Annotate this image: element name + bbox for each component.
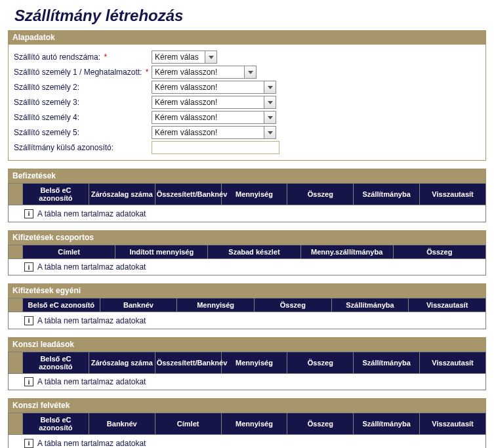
table-kifiz-egyeni: Belső eC azonosító Banknév Mennyiség Öss… [8, 298, 486, 329]
label-person1-text: Szállító személy 1 / Meghatalmazott: [14, 68, 142, 77]
input-extid[interactable] [152, 141, 279, 154]
col-header: Szállítmányba [354, 184, 420, 205]
table-konszi-leadasok: Belső eC azonosító Zárószalag száma Össz… [8, 352, 486, 391]
section-kifiz-egyeni: Kifizetések egyéni Belső eC azonosító Ba… [8, 283, 486, 329]
table-header-row: Belső eC azonosító Zárószalag száma Össz… [9, 352, 486, 373]
info-icon: i [24, 262, 33, 272]
select-person2[interactable]: Kérem válasszon! [152, 81, 276, 94]
select-person4[interactable]: Kérem válasszon! [152, 111, 276, 124]
label-person5: Szállító személy 5: [14, 128, 152, 137]
col-header: Indított mennyiség [115, 245, 208, 258]
col-header: Banknév [89, 413, 155, 435]
table-header-row: Címlet Indított mennyiség Szabad készlet… [9, 245, 486, 258]
col-header: Mennyiség [177, 298, 255, 312]
col-header: Összeg [287, 184, 354, 205]
section-konszi-leadasok: Konszi leadások Belső eC azonosító Zárós… [8, 337, 486, 391]
select-person1[interactable]: Kérem válasszon! [152, 66, 257, 79]
col-header: Mennyiség [221, 352, 287, 373]
col-checkbox [9, 352, 23, 373]
col-header: Belső eC azonosító [23, 184, 89, 205]
col-header: Visszautasít [420, 352, 486, 373]
required-star: * [104, 52, 107, 62]
select-plate[interactable]: Kérem válas [152, 51, 217, 64]
col-checkbox [9, 413, 23, 435]
col-header: Mennyiség [221, 413, 287, 435]
section-kifiz-csoportos: Kifizetések csoportos Címlet Indított me… [8, 230, 486, 276]
label-plate: Szállító autó rendszáma: * [14, 52, 152, 62]
section-basic: Alapadatok Szállító autó rendszáma: * Ké… [8, 30, 486, 161]
col-header: Belső eC azonosító [23, 352, 89, 373]
section-befizetesek-title: Befizetések [8, 169, 486, 183]
table-befizetesek: Belső eC azonosító Zárószalag száma Össz… [8, 183, 486, 222]
section-konszi-felvetek-title: Konszi felvétek [8, 398, 486, 413]
col-checkbox [9, 245, 23, 258]
page-title: Szállítmány létrehozás [14, 7, 486, 25]
row-plate: Szállító autó rendszáma: * Kérem válas [14, 51, 480, 64]
select-person4-value: Kérem válasszon! [155, 113, 217, 122]
select-person2-value: Kérem válasszon! [155, 83, 217, 92]
col-header: Összesített/Banknév [155, 352, 221, 373]
row-person1: Szállító személy 1 / Meghatalmazott: * K… [14, 66, 480, 79]
row-person5: Szállító személy 5: Kérem válasszon! [14, 126, 480, 139]
table-kifiz-csoportos: Címlet Indított mennyiség Szabad készlet… [8, 245, 486, 276]
section-konszi-leadasok-title: Konszi leadások [8, 337, 486, 352]
select-plate-value: Kérem válas [155, 52, 199, 62]
section-basic-title: Alapadatok [8, 30, 486, 45]
col-header: Összesített/Banknév [155, 184, 221, 205]
table-header-row: Belső eC azonosító Zárószalag száma Össz… [9, 184, 486, 205]
chevron-down-icon [244, 66, 256, 78]
chevron-down-icon [264, 127, 276, 138]
label-plate-text: Szállító autó rendszáma: [14, 52, 100, 62]
col-header: Címlet [23, 245, 115, 258]
col-header: Szállítmányba [331, 298, 409, 312]
label-person4: Szállító személy 4: [14, 113, 152, 122]
table-header-row: Belső eC azonosító Banknév Címlet Mennyi… [9, 413, 486, 435]
col-header: Mennyiség [221, 184, 287, 205]
chevron-down-icon [264, 81, 276, 93]
row-person4: Szállító személy 4: Kérem válasszon! [14, 111, 480, 124]
select-person1-value: Kérem válasszon! [155, 68, 217, 77]
col-header: Összeg [287, 352, 354, 373]
col-header: Visszautasít [420, 184, 486, 205]
table-row: i A tábla nem tartalmaz adatokat [9, 312, 486, 329]
col-header: Zárószalag száma [89, 184, 155, 205]
info-icon: i [24, 316, 33, 325]
select-person3[interactable]: Kérem válasszon! [152, 96, 276, 109]
table-row: i A tábla nem tartalmaz adatokat [9, 258, 486, 275]
info-icon: i [24, 377, 33, 386]
info-icon: i [24, 439, 33, 448]
label-extid: Szállítmány külső azonosító: [14, 143, 152, 152]
empty-msg-text: A tábla nem tartalmaz adatokat [37, 439, 146, 448]
select-person3-value: Kérem válasszon! [155, 98, 217, 107]
col-header: Összeg [287, 413, 354, 435]
row-extid: Szállítmány külső azonosító: [14, 141, 480, 154]
section-konszi-felvetek: Konszi felvétek Belső eC azonosító Bankn… [8, 398, 486, 448]
empty-msg: i A tábla nem tartalmaz adatokat [24, 262, 146, 272]
table-row: i A tábla nem tartalmaz adatokat [9, 373, 486, 390]
col-header: Összeg [254, 298, 331, 312]
select-person5[interactable]: Kérem válasszon! [152, 126, 276, 139]
col-header: Visszautasít [409, 298, 486, 312]
section-kifiz-csoportos-title: Kifizetések csoportos [8, 230, 486, 245]
row-person3: Szállító személy 3: Kérem válasszon! [14, 96, 480, 109]
section-basic-body: Szállító autó rendszáma: * Kérem válas S… [8, 45, 486, 161]
col-header: Menny.szállítmányba [300, 245, 393, 258]
col-header: Belső eC azonosító [23, 413, 89, 435]
table-row: i A tábla nem tartalmaz adatokat [9, 435, 486, 449]
col-header: Visszautasít [420, 413, 486, 435]
chevron-down-icon [205, 51, 216, 63]
section-kifiz-egyeni-title: Kifizetések egyéni [8, 283, 486, 298]
row-person2: Szállító személy 2: Kérem válasszon! [14, 81, 480, 94]
section-befizetesek: Befizetések Belső eC azonosító Zárószala… [8, 169, 486, 222]
col-checkbox [9, 298, 23, 312]
empty-msg: i A tábla nem tartalmaz adatokat [24, 316, 146, 325]
table-konszi-felvetek: Belső eC azonosító Banknév Címlet Mennyi… [8, 413, 486, 448]
table-row: i A tábla nem tartalmaz adatokat [9, 205, 486, 222]
col-header: Zárószalag száma [89, 352, 155, 373]
chevron-down-icon [264, 112, 276, 123]
empty-msg-text: A tábla nem tartalmaz adatokat [37, 262, 146, 272]
empty-msg: i A tábla nem tartalmaz adatokat [24, 377, 146, 386]
info-icon: i [24, 209, 33, 218]
col-header: Szállítmányba [354, 413, 420, 435]
col-header: Összeg [393, 245, 485, 258]
